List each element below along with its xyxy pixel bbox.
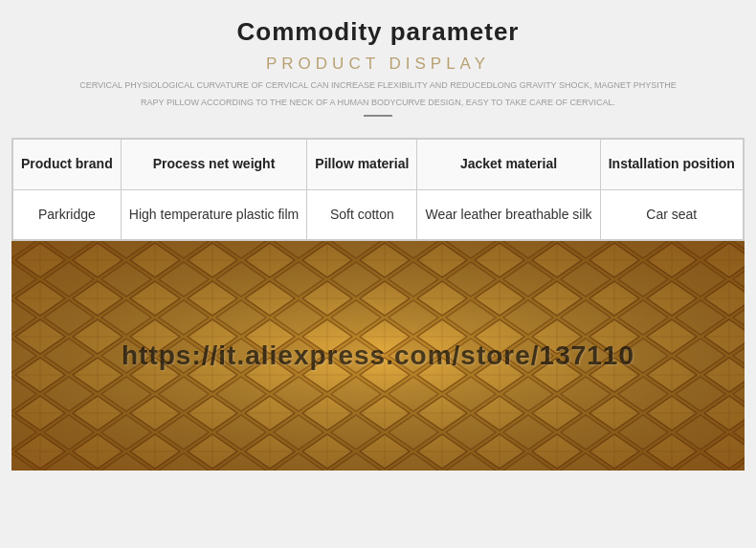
subtitle-line1: CERVICAL PHYSIOLOGICAL CURVATURE OF CERV… [19, 79, 737, 93]
cell-brand: Parkridge [13, 189, 122, 240]
cell-position: Car seat [600, 189, 743, 240]
cell-weight: High temperature plastic film [121, 189, 307, 240]
cell-pillow: Soft cotton [307, 189, 417, 240]
subtitle-line2: RAPY PILLOW ACCORDING TO THE NECK OF A H… [19, 97, 737, 110]
table-header-row: Product brand Process net weight Pillow … [13, 140, 744, 190]
col-header-jacket: Jacket material [417, 140, 600, 190]
store-url: https://it.aliexpress.com/store/137110 [122, 340, 634, 371]
divider-line [364, 115, 392, 117]
table-data-row: Parkridge High temperature plastic film … [13, 189, 744, 240]
cell-jacket: Wear leather breathable silk [417, 189, 600, 240]
col-header-position: Installation position [600, 140, 743, 190]
commodity-title: Commodity parameter [19, 17, 737, 47]
col-header-weight: Process net weight [121, 140, 307, 190]
top-section: Commodity parameter PRODUCT DISPLAY CERV… [0, 0, 756, 126]
col-header-pillow: Pillow material [307, 140, 417, 190]
col-header-brand: Product brand [13, 140, 122, 190]
table-section: Product brand Process net weight Pillow … [11, 138, 745, 241]
bottom-image-section: https://it.aliexpress.com/store/137110 [11, 241, 745, 471]
product-display-title: PRODUCT DISPLAY [19, 55, 737, 74]
product-table: Product brand Process net weight Pillow … [12, 139, 744, 240]
page-wrapper: Commodity parameter PRODUCT DISPLAY CERV… [0, 0, 756, 471]
